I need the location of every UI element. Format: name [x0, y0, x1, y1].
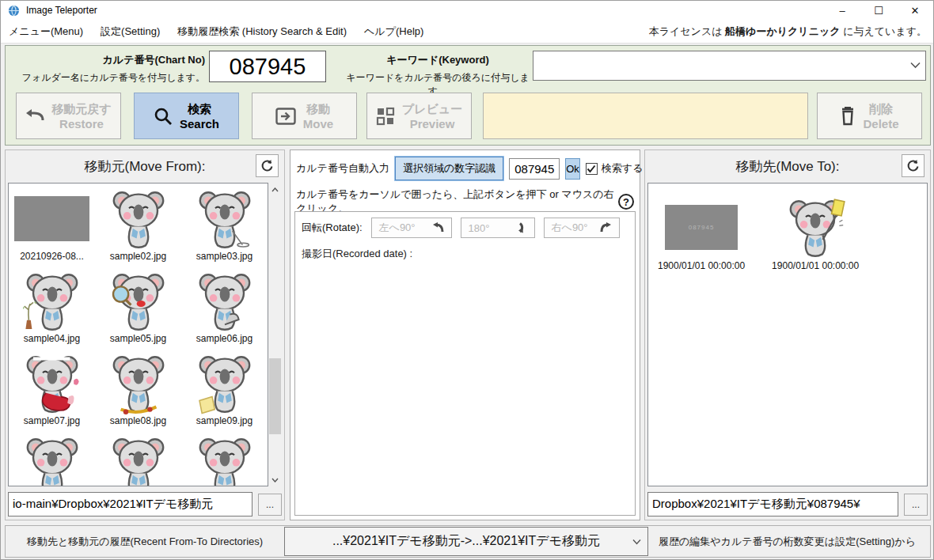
scrollbar-thumb[interactable]	[269, 358, 281, 434]
delete-label-jp: 削除	[863, 101, 898, 116]
rotate-180-icon	[518, 222, 527, 234]
history-dropdown-value: ...¥2021¥ITデモ移動元->...¥2021¥ITデモ移動元	[332, 533, 600, 550]
search-button[interactable]: 検索Search	[134, 93, 239, 139]
restore-label-jp: 移動元戻す	[51, 101, 111, 116]
undo-arrow-icon	[25, 108, 44, 124]
move-to-panel: 移動先(Move To): 087945 1900/01/01 00:00:00	[644, 149, 931, 520]
refresh-icon	[260, 159, 274, 172]
rotate-right-icon	[600, 222, 612, 233]
move-to-thumbnail-list[interactable]: 087945 1900/01/01 00:00:00 1900/01/01 00…	[647, 183, 928, 486]
file-label: sample03.jpg	[196, 251, 252, 262]
history-label: 移動先と移動元の履歴(Recent From-To Directories)	[6, 535, 284, 549]
thumbnail-item[interactable]: sample05.jpg	[95, 269, 181, 351]
delete-button[interactable]: 削除Delete	[817, 93, 922, 139]
chevron-down-icon	[632, 539, 641, 545]
move-to-path-input[interactable]	[647, 492, 898, 516]
move-from-path-row: ...	[8, 491, 282, 517]
thumbnail-item[interactable]: sample07.jpg	[9, 351, 95, 433]
move-from-refresh-button[interactable]	[256, 154, 279, 177]
preview-label-en: Preview	[402, 116, 462, 131]
rotate-left-button[interactable]: 左へ90°	[371, 218, 452, 238]
thumbnail-item[interactable]: sample04.jpg	[9, 269, 95, 351]
search-label-jp: 検索	[180, 101, 219, 116]
move-to-title: 移動先(Move To):	[736, 157, 840, 176]
thumbnail-item[interactable]: 1900/01/01 00:00:00	[772, 195, 859, 271]
koala-illustration	[21, 433, 84, 486]
thumbnail-item[interactable]: sample02.jpg	[95, 187, 181, 269]
move-from-browse-button[interactable]: ...	[258, 494, 282, 516]
file-date-label: 1900/01/01 00:00:00	[658, 260, 745, 271]
ocr-recognize-button[interactable]: 選択領域の数字認識	[395, 157, 503, 180]
minimize-button[interactable]: –	[824, 1, 860, 20]
rotate-right-button[interactable]: 右へ90°	[544, 218, 620, 238]
move-from-path-input[interactable]	[8, 492, 252, 516]
file-label: sample07.jpg	[24, 415, 80, 426]
keyword-input[interactable]	[533, 51, 925, 80]
scroll-up-icon	[271, 187, 279, 192]
thumbnail-item[interactable]: sample03.jpg	[181, 187, 268, 269]
trash-icon	[840, 107, 856, 126]
chart-no-ocr-input[interactable]	[509, 158, 560, 180]
thumbnail-scrollbar[interactable]	[268, 183, 282, 486]
thumbnail-item[interactable]: 087945 1900/01/01 00:00:00	[658, 195, 745, 271]
title-bar: Image Teleporter – ☐ ✕	[1, 1, 933, 20]
thumbnail-item[interactable]	[9, 433, 95, 486]
thumbnail-item[interactable]: sample08.jpg	[95, 351, 181, 433]
rotate-label: 回転(Rotate):	[302, 221, 363, 235]
thumbnail-item[interactable]: sample09.jpg	[181, 351, 268, 433]
menu-item-help[interactable]: ヘルプ(Help)	[355, 20, 432, 43]
window-title: Image Teleporter	[26, 5, 97, 16]
settings-hint-text: 履歴の編集やカルテ番号の桁数変更は設定(Setting)から	[648, 535, 930, 549]
thumbnail-item[interactable]: sample06.jpg	[181, 269, 268, 351]
message-area	[483, 93, 808, 139]
thumbnail-item[interactable]	[95, 433, 181, 486]
file-label: sample05.jpg	[110, 333, 166, 344]
image-edit-area: 回転(Rotate): 左へ90° 180° 右へ90° 撮影日(Recorde…	[294, 211, 636, 516]
history-dropdown[interactable]: ...¥2021¥ITデモ移動元->...¥2021¥ITデモ移動元	[284, 527, 648, 556]
ok-button[interactable]: Ok	[565, 158, 580, 180]
koala-illustration	[193, 351, 256, 414]
rotate-left-icon	[432, 222, 444, 233]
koala-illustration	[193, 187, 256, 250]
folder-move-icon	[275, 108, 296, 125]
search-icon	[154, 107, 173, 126]
scroll-up-button[interactable]	[268, 183, 282, 196]
scroll-down-icon	[271, 478, 279, 482]
move-to-refresh-button[interactable]	[902, 154, 925, 177]
preview-button[interactable]: プレビューPreview	[366, 93, 472, 139]
move-from-thumbnail-list[interactable]: 20210926-08... sample02.jpg sample03.jpg…	[8, 183, 268, 486]
file-label: sample02.jpg	[110, 251, 166, 262]
photo-thumbnail: 087945	[665, 205, 738, 250]
grid-preview-icon	[376, 107, 395, 126]
thumbnail-item[interactable]: 20210926-08...	[9, 187, 95, 269]
close-button[interactable]: ✕	[897, 1, 933, 20]
thumbnail-item[interactable]	[181, 433, 268, 486]
image-teleporter-window: { "window": { "title": "Image Teleporter…	[0, 0, 934, 560]
recorded-date-label: 撮影日(Recorded date) :	[302, 247, 628, 261]
menu-item-menu[interactable]: メニュー(Menu)	[1, 20, 92, 43]
menu-bar: メニュー(Menu) 設定(Setting) 移動履歴検索 (History S…	[1, 20, 933, 44]
help-icon[interactable]: ?	[618, 194, 634, 210]
move-button[interactable]: 移動Move	[252, 93, 357, 139]
license-clinic-name: 船橋ゆーかりクリニック	[725, 25, 840, 37]
koala-illustration	[193, 433, 256, 486]
rotate-180-button[interactable]: 180°	[461, 218, 535, 238]
checkbox-checked-icon[interactable]	[586, 163, 598, 175]
center-panel: カルテ番号自動入力 選択領域の数字認識 Ok 検索する カルテ番号をカーソルで囲…	[290, 149, 640, 520]
keyword-combobox[interactable]	[533, 51, 926, 81]
search-checkbox-label[interactable]: 検索する	[586, 161, 644, 176]
chart-no-input[interactable]	[209, 51, 326, 82]
maximize-button[interactable]: ☐	[860, 1, 897, 20]
license-suffix: に与えています。	[841, 25, 927, 37]
move-to-browse-button[interactable]: ...	[904, 494, 928, 516]
koala-illustration	[107, 351, 170, 414]
scroll-down-button[interactable]	[268, 473, 282, 486]
koala-illustration	[21, 269, 84, 332]
menu-item-history-search[interactable]: 移動履歴検索 (History Search & Edit)	[169, 20, 355, 43]
menu-item-setting[interactable]: 設定(Setting)	[92, 20, 169, 43]
koala-with-card-illustration	[784, 195, 847, 259]
koala-illustration	[193, 269, 256, 332]
chevron-down-icon[interactable]	[910, 62, 921, 69]
search-checkbox-text: 検索する	[602, 161, 644, 176]
restore-button[interactable]: 移動元戻すRestore	[16, 93, 121, 139]
